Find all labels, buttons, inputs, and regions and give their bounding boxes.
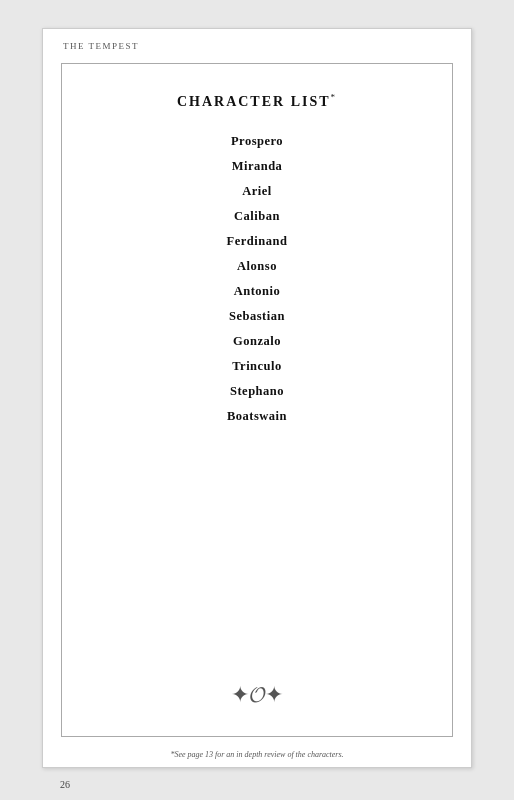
- character-item: Antonio: [82, 284, 432, 299]
- character-item: Ferdinand: [82, 234, 432, 249]
- content: CHARACTER LIST* ProsperoMirandaArielCali…: [62, 64, 452, 736]
- character-item: Miranda: [82, 159, 432, 174]
- inner-border: CHARACTER LIST* ProsperoMirandaArielCali…: [61, 63, 453, 737]
- character-item: Alonso: [82, 259, 432, 274]
- character-item: Trinculo: [82, 359, 432, 374]
- character-item: Caliban: [82, 209, 432, 224]
- character-item: Prospero: [82, 134, 432, 149]
- character-list: ProsperoMirandaArielCalibanFerdinandAlon…: [82, 134, 432, 434]
- character-item: Boatswain: [82, 409, 432, 424]
- page-number: 26: [60, 779, 70, 790]
- footnote: *See page 13 for an in depth review of t…: [67, 750, 447, 759]
- section-title: CHARACTER LIST*: [177, 92, 337, 110]
- character-item: Stephano: [82, 384, 432, 399]
- character-item: Ariel: [82, 184, 432, 199]
- page: THE TEMPEST CHARACTER LIST* ProsperoMira…: [42, 28, 472, 768]
- ornament: ✦𝓞✦: [231, 682, 283, 708]
- character-item: Sebastian: [82, 309, 432, 324]
- character-item: Gonzalo: [82, 334, 432, 349]
- page-header: THE TEMPEST: [63, 41, 139, 51]
